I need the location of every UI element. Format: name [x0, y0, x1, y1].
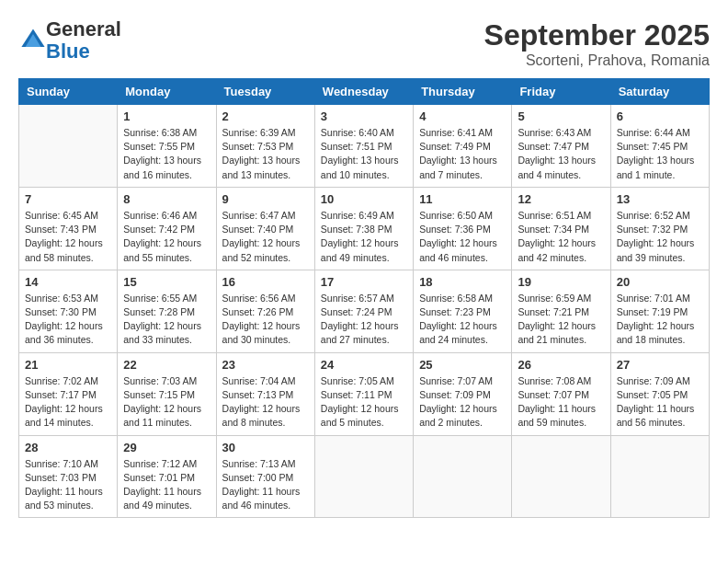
day-info: Sunrise: 6:46 AM Sunset: 7:42 PM Dayligh… — [123, 209, 210, 265]
day-number: 13 — [617, 192, 703, 206]
day-number: 6 — [617, 109, 703, 123]
day-number: 1 — [123, 109, 210, 123]
day-info: Sunrise: 6:47 AM Sunset: 7:40 PM Dayligh… — [222, 209, 309, 265]
calendar-cell: 29Sunrise: 7:12 AM Sunset: 7:01 PM Dayli… — [118, 435, 216, 518]
calendar-cell — [610, 435, 709, 518]
calendar-week-row: 14Sunrise: 6:53 AM Sunset: 7:30 PM Dayli… — [19, 270, 710, 352]
weekday-header-wednesday: Wednesday — [314, 79, 413, 105]
title-block: September 2025 Scorteni, Prahova, Romani… — [484, 18, 710, 69]
day-number: 22 — [123, 358, 210, 372]
day-number: 11 — [419, 192, 506, 206]
day-info: Sunrise: 6:53 AM Sunset: 7:30 PM Dayligh… — [25, 292, 111, 348]
day-info: Sunrise: 7:02 AM Sunset: 7:17 PM Dayligh… — [25, 374, 111, 431]
calendar-cell: 22Sunrise: 7:03 AM Sunset: 7:15 PM Dayli… — [118, 352, 216, 435]
calendar-cell: 2Sunrise: 6:39 AM Sunset: 7:53 PM Daylig… — [216, 105, 314, 188]
calendar-cell: 21Sunrise: 7:02 AM Sunset: 7:17 PM Dayli… — [19, 352, 118, 435]
day-info: Sunrise: 6:57 AM Sunset: 7:24 PM Dayligh… — [321, 292, 407, 348]
day-info: Sunrise: 6:49 AM Sunset: 7:38 PM Dayligh… — [321, 209, 407, 265]
day-number: 12 — [518, 192, 604, 206]
day-info: Sunrise: 6:59 AM Sunset: 7:21 PM Dayligh… — [518, 292, 604, 348]
calendar-cell: 5Sunrise: 6:43 AM Sunset: 7:47 PM Daylig… — [512, 105, 610, 188]
calendar-cell: 19Sunrise: 6:59 AM Sunset: 7:21 PM Dayli… — [512, 270, 610, 352]
day-info: Sunrise: 6:43 AM Sunset: 7:47 PM Dayligh… — [518, 126, 604, 182]
page-header: General Blue September 2025 Scorteni, Pr… — [18, 18, 710, 69]
calendar-cell: 17Sunrise: 6:57 AM Sunset: 7:24 PM Dayli… — [314, 270, 413, 352]
calendar-cell: 12Sunrise: 6:51 AM Sunset: 7:34 PM Dayli… — [512, 187, 610, 270]
day-number: 14 — [25, 275, 111, 289]
calendar-cell: 20Sunrise: 7:01 AM Sunset: 7:19 PM Dayli… — [610, 270, 709, 352]
calendar-cell: 24Sunrise: 7:05 AM Sunset: 7:11 PM Dayli… — [314, 352, 413, 435]
day-info: Sunrise: 7:08 AM Sunset: 7:07 PM Dayligh… — [518, 374, 604, 431]
month-title: September 2025 — [484, 18, 710, 52]
weekday-header-saturday: Saturday — [610, 79, 709, 105]
location-title: Scorteni, Prahova, Romania — [484, 52, 710, 69]
calendar-cell: 27Sunrise: 7:09 AM Sunset: 7:05 PM Dayli… — [610, 352, 709, 435]
weekday-header-row: SundayMondayTuesdayWednesdayThursdayFrid… — [19, 79, 710, 105]
calendar-cell: 1Sunrise: 6:38 AM Sunset: 7:55 PM Daylig… — [118, 105, 216, 188]
day-number: 4 — [419, 109, 506, 123]
day-number: 21 — [25, 358, 111, 372]
day-info: Sunrise: 6:50 AM Sunset: 7:36 PM Dayligh… — [419, 209, 506, 265]
day-number: 5 — [518, 109, 604, 123]
day-info: Sunrise: 6:51 AM Sunset: 7:34 PM Dayligh… — [518, 209, 604, 265]
calendar-cell: 18Sunrise: 6:58 AM Sunset: 7:23 PM Dayli… — [414, 270, 512, 352]
logo-icon — [20, 28, 46, 53]
calendar-cell — [512, 435, 610, 518]
calendar-cell: 6Sunrise: 6:44 AM Sunset: 7:45 PM Daylig… — [610, 105, 709, 188]
day-number: 30 — [222, 441, 309, 454]
day-info: Sunrise: 7:09 AM Sunset: 7:05 PM Dayligh… — [617, 374, 703, 431]
day-info: Sunrise: 6:38 AM Sunset: 7:55 PM Dayligh… — [123, 126, 210, 182]
day-number: 15 — [123, 275, 210, 289]
calendar-cell: 16Sunrise: 6:56 AM Sunset: 7:26 PM Dayli… — [216, 270, 314, 352]
day-number: 18 — [419, 275, 506, 289]
calendar-cell: 23Sunrise: 7:04 AM Sunset: 7:13 PM Dayli… — [216, 352, 314, 435]
logo-text: General Blue — [46, 18, 121, 63]
calendar-cell — [314, 435, 413, 518]
calendar-cell: 8Sunrise: 6:46 AM Sunset: 7:42 PM Daylig… — [118, 187, 216, 270]
calendar-cell: 11Sunrise: 6:50 AM Sunset: 7:36 PM Dayli… — [414, 187, 512, 270]
day-info: Sunrise: 7:04 AM Sunset: 7:13 PM Dayligh… — [222, 374, 309, 431]
logo-blue: Blue — [46, 40, 90, 63]
calendar-cell: 13Sunrise: 6:52 AM Sunset: 7:32 PM Dayli… — [610, 187, 709, 270]
day-info: Sunrise: 6:39 AM Sunset: 7:53 PM Dayligh… — [222, 126, 309, 182]
calendar-cell: 30Sunrise: 7:13 AM Sunset: 7:00 PM Dayli… — [216, 435, 314, 518]
day-number: 28 — [25, 441, 111, 454]
day-info: Sunrise: 6:41 AM Sunset: 7:49 PM Dayligh… — [419, 126, 506, 182]
day-info: Sunrise: 6:56 AM Sunset: 7:26 PM Dayligh… — [222, 292, 309, 348]
day-number: 19 — [518, 275, 604, 289]
day-number: 20 — [617, 275, 703, 289]
calendar-cell: 3Sunrise: 6:40 AM Sunset: 7:51 PM Daylig… — [314, 105, 413, 188]
day-number: 10 — [321, 192, 407, 206]
logo-general: General — [46, 17, 121, 40]
day-number: 24 — [321, 358, 407, 372]
day-info: Sunrise: 7:01 AM Sunset: 7:19 PM Dayligh… — [617, 292, 703, 348]
day-info: Sunrise: 7:13 AM Sunset: 7:00 PM Dayligh… — [222, 457, 309, 513]
calendar-week-row: 7Sunrise: 6:45 AM Sunset: 7:43 PM Daylig… — [19, 187, 710, 270]
day-info: Sunrise: 6:40 AM Sunset: 7:51 PM Dayligh… — [321, 126, 407, 182]
calendar-cell: 9Sunrise: 6:47 AM Sunset: 7:40 PM Daylig… — [216, 187, 314, 270]
weekday-header-sunday: Sunday — [19, 79, 118, 105]
day-number: 16 — [222, 275, 309, 289]
day-info: Sunrise: 6:55 AM Sunset: 7:28 PM Dayligh… — [123, 292, 210, 348]
day-number: 7 — [25, 192, 111, 206]
calendar-cell: 4Sunrise: 6:41 AM Sunset: 7:49 PM Daylig… — [414, 105, 512, 188]
calendar-cell: 25Sunrise: 7:07 AM Sunset: 7:09 PM Dayli… — [414, 352, 512, 435]
day-info: Sunrise: 6:45 AM Sunset: 7:43 PM Dayligh… — [25, 209, 111, 265]
day-info: Sunrise: 7:12 AM Sunset: 7:01 PM Dayligh… — [123, 457, 210, 513]
day-number: 26 — [518, 358, 604, 372]
weekday-header-friday: Friday — [512, 79, 610, 105]
calendar-week-row: 28Sunrise: 7:10 AM Sunset: 7:03 PM Dayli… — [19, 435, 710, 518]
day-info: Sunrise: 7:05 AM Sunset: 7:11 PM Dayligh… — [321, 374, 407, 431]
day-number: 29 — [123, 441, 210, 454]
day-number: 3 — [321, 109, 407, 123]
calendar-cell: 28Sunrise: 7:10 AM Sunset: 7:03 PM Dayli… — [19, 435, 118, 518]
calendar-cell: 26Sunrise: 7:08 AM Sunset: 7:07 PM Dayli… — [512, 352, 610, 435]
calendar-cell: 14Sunrise: 6:53 AM Sunset: 7:30 PM Dayli… — [19, 270, 118, 352]
calendar-table: SundayMondayTuesdayWednesdayThursdayFrid… — [18, 78, 710, 518]
day-info: Sunrise: 6:52 AM Sunset: 7:32 PM Dayligh… — [617, 209, 703, 265]
weekday-header-tuesday: Tuesday — [216, 79, 314, 105]
calendar-cell: 15Sunrise: 6:55 AM Sunset: 7:28 PM Dayli… — [118, 270, 216, 352]
day-info: Sunrise: 7:10 AM Sunset: 7:03 PM Dayligh… — [25, 457, 111, 513]
day-number: 8 — [123, 192, 210, 206]
day-info: Sunrise: 7:03 AM Sunset: 7:15 PM Dayligh… — [123, 374, 210, 431]
